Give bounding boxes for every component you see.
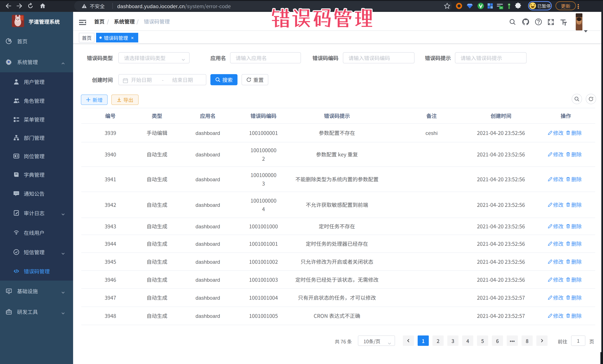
svg-text:on: on (500, 6, 502, 9)
